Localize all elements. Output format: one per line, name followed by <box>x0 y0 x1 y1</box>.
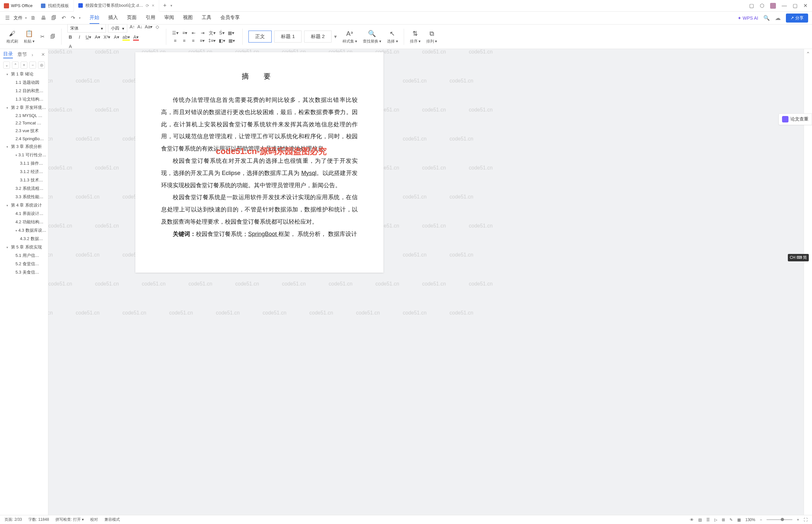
page-indicator[interactable]: 页面: 2/33 <box>4 517 22 522</box>
line-spacing-icon[interactable]: ‡≡▾ <box>208 38 216 43</box>
outline-item[interactable]: 2.2 Tomcat … <box>0 119 48 127</box>
collapse-up-icon[interactable]: ⌃ <box>12 62 19 69</box>
outline-item[interactable]: 3.1.1 操作… <box>0 159 48 167</box>
styleset-group[interactable]: Aᵃ 样式集 ▾ <box>343 29 357 44</box>
increase-font-icon[interactable]: A↑ <box>129 24 135 33</box>
new-icon[interactable]: 🗎 <box>29 14 37 22</box>
borders-icon[interactable]: ▦▾ <box>229 38 235 43</box>
font-size-select[interactable]: 小四▾ <box>108 24 127 33</box>
undo-icon[interactable]: ↶ <box>60 14 67 22</box>
caret-icon[interactable]: ▾ <box>6 106 10 110</box>
underline-icon[interactable]: U▾ <box>85 34 91 40</box>
tools-icon[interactable]: ✎ <box>730 518 733 522</box>
shading-icon[interactable]: ◧▾ <box>219 38 225 43</box>
avatar-icon[interactable] <box>770 3 776 9</box>
expand-down-icon[interactable]: ⌄ <box>3 62 10 69</box>
qa-dropdown-icon[interactable]: ▾ <box>79 16 81 20</box>
tab-tools[interactable]: 工具 <box>202 12 211 24</box>
page-view-icon[interactable]: ▤ <box>698 518 702 522</box>
collapse-gutter-icon[interactable]: ⌃ <box>804 49 812 59</box>
tab-reference[interactable]: 引用 <box>146 12 155 24</box>
sort-group[interactable]: ⇅ 排序 ▾ <box>410 29 420 44</box>
outline-item[interactable]: ▾第 4 章 系统设计 <box>0 201 48 210</box>
outline-item[interactable]: 5.2 食堂信… <box>0 260 48 268</box>
decrease-font-icon[interactable]: A↓ <box>137 24 143 33</box>
outdent-icon[interactable]: ⇤ <box>191 30 197 36</box>
align-center-icon[interactable]: ≡ <box>181 38 187 43</box>
wps-ai-button[interactable]: ✦WPS AI <box>738 15 758 21</box>
caret-icon[interactable]: ▾ <box>6 204 10 207</box>
hamburger-icon[interactable]: ☰ <box>4 14 11 22</box>
char-shading-icon[interactable]: A <box>67 44 73 49</box>
zoom-out-icon[interactable]: − <box>760 518 762 522</box>
play-icon[interactable]: ▷ <box>714 518 717 522</box>
caret-icon[interactable]: ▾ <box>15 153 17 157</box>
maximize-icon[interactable]: ▢ <box>793 3 797 9</box>
caret-icon[interactable]: ▾ <box>6 72 10 76</box>
outline-item[interactable]: ▾3.1 可行性分… <box>0 151 48 159</box>
search-icon[interactable]: 🔍 <box>763 15 770 21</box>
minimize-icon[interactable]: — <box>782 3 787 9</box>
chevron-right-icon[interactable]: › <box>32 52 33 58</box>
find-replace-group[interactable]: 🔍 查找替换 ▾ <box>363 29 381 44</box>
tab-document[interactable]: 校园食堂订餐系统boot论文.d… ⟳ × <box>74 0 159 12</box>
cut-icon[interactable]: ✂ <box>40 33 45 39</box>
outline-item[interactable]: 3.3 系统性能… <box>0 193 48 201</box>
outline-item[interactable]: 1.2 目的和意… <box>0 87 48 95</box>
justify-icon[interactable]: ≡▾ <box>199 38 205 43</box>
outline-item[interactable]: ▾第 2 章 开发环境… <box>0 103 48 112</box>
arrange-group[interactable]: ⧉ 排列 ▾ <box>426 29 437 44</box>
outline-item[interactable]: 1.1 选题动因 <box>0 78 48 87</box>
outline-item[interactable]: ▾第 5 章 系统实现 <box>0 243 48 251</box>
outline-item[interactable]: 5.1 用户信… <box>0 251 48 260</box>
align-left-icon[interactable]: ≡ <box>172 38 178 43</box>
outline-view-icon[interactable]: ☰ <box>706 518 710 522</box>
font-color-icon[interactable]: A▾ <box>133 34 139 40</box>
outline-item[interactable]: 2.4 SpringBo… <box>0 135 48 143</box>
select-group[interactable]: ↖ 选择 ▾ <box>387 29 398 44</box>
close-icon[interactable]: × <box>152 3 154 8</box>
outline-item[interactable]: 5.3 美食信… <box>0 268 48 277</box>
italic-icon[interactable]: I <box>76 34 82 40</box>
border-icon[interactable]: ▦▾ <box>228 30 234 36</box>
remove-icon[interactable]: − <box>29 62 36 69</box>
cube-icon[interactable]: ⬡ <box>760 3 764 9</box>
style-heading2[interactable]: 标题 2 <box>304 31 332 43</box>
caret-icon[interactable]: ▾ <box>15 229 17 232</box>
bullets-icon[interactable]: ☰▾ <box>172 30 179 36</box>
strike-icon[interactable]: A̶▾ <box>95 34 100 40</box>
fullscreen-icon[interactable]: ⛶ <box>803 518 808 522</box>
document-canvas[interactable]: code51.cncode51.cncode51.cncode51.cncode… <box>48 49 812 515</box>
format-brush-group[interactable]: 🖌 格式刷 <box>6 29 18 44</box>
outline-item[interactable]: 1.3 论文结构… <box>0 95 48 103</box>
redo-icon[interactable]: ↷ <box>70 14 76 22</box>
bold-icon[interactable]: B <box>67 34 73 40</box>
phonetic-icon[interactable]: Ś▾ <box>219 30 225 36</box>
plagiarism-check-button[interactable]: 论文查重 <box>778 113 812 125</box>
caret-icon[interactable]: ▾ <box>6 246 10 249</box>
outline-item[interactable]: 4.1 界面设计… <box>0 210 48 218</box>
new-tab-button[interactable]: + <box>159 2 170 9</box>
style-normal[interactable]: 正文 <box>248 31 272 43</box>
menu-dropdown-icon[interactable]: ▾ <box>25 16 27 20</box>
proofing-status[interactable]: 校对 <box>90 517 98 522</box>
eye-icon[interactable]: 👁 <box>690 518 694 522</box>
paste-group[interactable]: 📋 粘贴 ▾ <box>24 29 34 44</box>
cloud-icon[interactable]: ☁ <box>775 15 781 21</box>
numbering-icon[interactable]: ≡▾ <box>182 30 187 36</box>
web-view-icon[interactable]: ⊞ <box>722 518 725 522</box>
style-heading1[interactable]: 标题 1 <box>274 31 302 43</box>
layout-icon[interactable]: ▢ <box>749 3 754 9</box>
copy-icon[interactable]: 🗐 <box>50 34 55 39</box>
compat-mode[interactable]: 兼容模式 <box>104 517 120 522</box>
zoom-level[interactable]: 130% <box>745 518 755 522</box>
align-right-icon[interactable]: ≡ <box>190 38 196 43</box>
outline-item[interactable]: 4.3.2 数据… <box>0 234 48 243</box>
outline-item[interactable]: 2.3 vue 技术 <box>0 127 48 135</box>
tab-dropdown-icon[interactable]: ▾ <box>170 3 172 8</box>
tab-page[interactable]: 页面 <box>127 12 137 24</box>
change-case-icon[interactable]: Aa▾ <box>145 24 152 33</box>
outline-item[interactable]: ▾4.3 数据库设… <box>0 226 48 234</box>
tab-home[interactable]: 开始 <box>89 12 99 24</box>
outline-item[interactable]: 3.1.3 技术… <box>0 176 48 184</box>
